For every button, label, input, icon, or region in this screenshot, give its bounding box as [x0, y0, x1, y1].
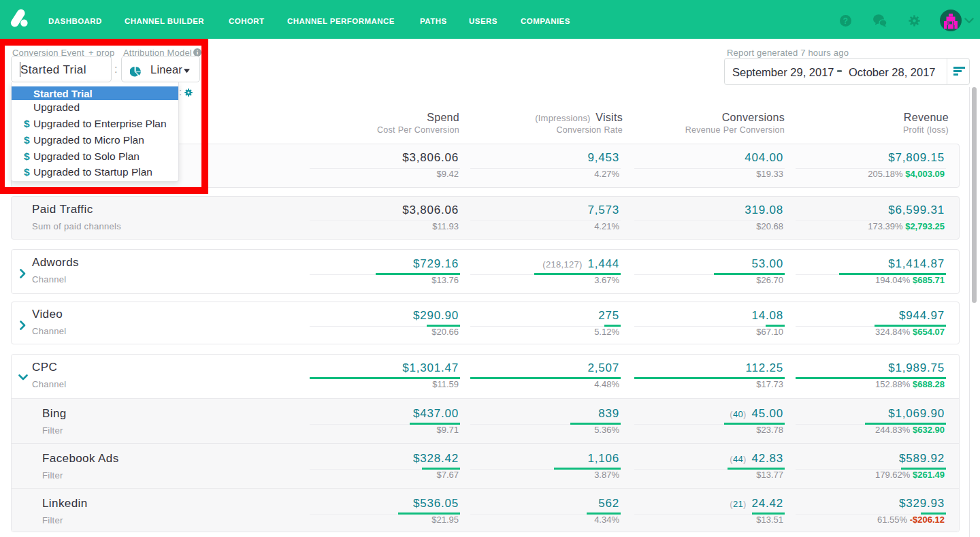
svg-text:?: ? — [843, 16, 848, 26]
